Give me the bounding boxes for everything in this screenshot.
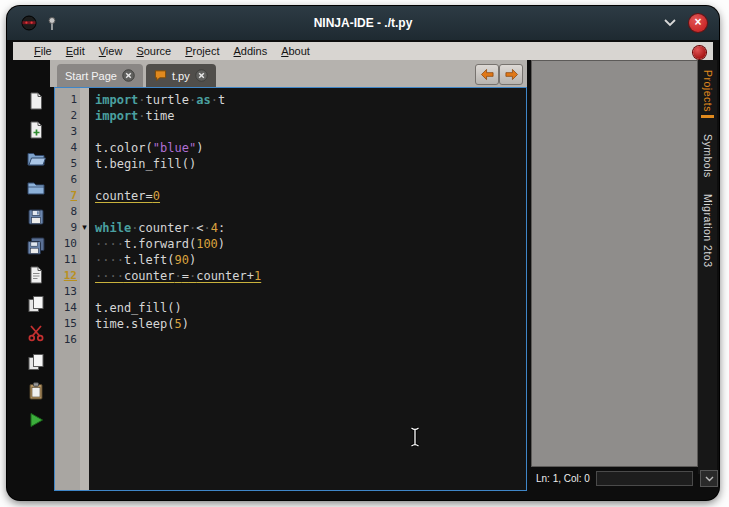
line-number: 7 bbox=[55, 188, 80, 204]
line-number: 8 bbox=[55, 204, 80, 220]
line-number: 2 bbox=[55, 108, 80, 124]
tab-label: Start Page bbox=[65, 70, 117, 82]
fold-marker bbox=[80, 284, 89, 300]
fold-marker bbox=[80, 156, 89, 172]
menu-about[interactable]: About bbox=[274, 45, 317, 57]
line-number: 12 bbox=[55, 268, 80, 284]
fold-column: ▾ bbox=[80, 88, 89, 490]
menu-addins[interactable]: Addins bbox=[227, 45, 275, 57]
cut-button[interactable] bbox=[25, 322, 47, 344]
side-tab-label: Migration 2to3 bbox=[702, 194, 714, 268]
code-line[interactable] bbox=[95, 124, 526, 140]
code-lines[interactable]: import·turtle·as·timport·timet.color("bl… bbox=[89, 88, 526, 490]
side-tab-label: Projects bbox=[702, 70, 714, 112]
window-title: NINJA-IDE - ./t.py bbox=[7, 6, 719, 40]
menu-project[interactable]: Project bbox=[178, 45, 226, 57]
fold-marker bbox=[80, 300, 89, 316]
pep8-warning: counter=0 bbox=[95, 189, 160, 203]
side-tab-strip: ProjectsSymbolsMigration 2to3 bbox=[698, 60, 717, 474]
line-number: 6 bbox=[55, 172, 80, 188]
paste-button[interactable] bbox=[25, 380, 47, 402]
nav-back-button[interactable] bbox=[475, 64, 499, 85]
pep8-warning: ····counter·=·counter+1 bbox=[95, 269, 261, 283]
menu-file[interactable]: File bbox=[27, 45, 59, 57]
fold-marker bbox=[80, 332, 89, 348]
line-number: 13 bbox=[55, 284, 80, 300]
menu-source[interactable]: Source bbox=[129, 45, 178, 57]
code-line[interactable] bbox=[95, 332, 526, 348]
screen: NINJA-IDE - ./t.py × FileEditViewSourceP… bbox=[0, 0, 729, 507]
tab-label: t.py bbox=[172, 70, 190, 82]
fold-marker[interactable]: ▾ bbox=[80, 220, 89, 236]
active-tab-indicator bbox=[701, 115, 714, 118]
tab-t-py[interactable]: t.py bbox=[146, 64, 216, 87]
code-line[interactable]: t.end_fill() bbox=[95, 300, 526, 316]
tab-start-page[interactable]: Start Page bbox=[57, 64, 143, 87]
titlebar[interactable]: NINJA-IDE - ./t.py × bbox=[7, 6, 719, 40]
code-line[interactable]: counter=0 bbox=[95, 188, 526, 204]
new-tab-button[interactable] bbox=[25, 119, 47, 141]
run-button[interactable] bbox=[25, 409, 47, 431]
left-toolbar bbox=[21, 90, 51, 492]
back-arrow-icon bbox=[480, 68, 495, 81]
line-number: 11 bbox=[55, 252, 80, 268]
open-project-button[interactable] bbox=[25, 177, 47, 199]
close-tab-icon[interactable] bbox=[195, 69, 208, 82]
code-line[interactable]: ····t.left(90) bbox=[95, 252, 526, 268]
side-tab-symbols[interactable]: Symbols bbox=[702, 134, 714, 178]
side-tab-label: Symbols bbox=[702, 134, 714, 178]
code-editor[interactable]: 12345678910111213141516 ▾ import·turtle·… bbox=[54, 87, 527, 491]
code-line[interactable]: time.sleep(5) bbox=[95, 316, 526, 332]
fold-marker bbox=[80, 188, 89, 204]
project-explorer-panel[interactable] bbox=[531, 60, 698, 467]
line-number: 10 bbox=[55, 236, 80, 252]
save-all-button[interactable] bbox=[25, 235, 47, 257]
menu-view[interactable]: View bbox=[92, 45, 130, 57]
code-line[interactable]: import·turtle·as·t bbox=[95, 92, 526, 108]
file-icon bbox=[154, 69, 167, 82]
fold-marker bbox=[80, 236, 89, 252]
status-dropdown-button[interactable] bbox=[700, 470, 718, 487]
app-window: NINJA-IDE - ./t.py × FileEditViewSourceP… bbox=[7, 6, 719, 500]
duplicate-button[interactable] bbox=[25, 293, 47, 315]
chevron-down-icon bbox=[705, 476, 714, 482]
close-button[interactable]: × bbox=[689, 14, 707, 32]
fold-marker bbox=[80, 252, 89, 268]
code-line[interactable] bbox=[95, 204, 526, 220]
chevron-down-icon[interactable] bbox=[663, 18, 677, 28]
save-button[interactable] bbox=[25, 206, 47, 228]
code-line[interactable]: t.begin_fill() bbox=[95, 156, 526, 172]
statusbar: Ln: 1, Col: 0 bbox=[531, 467, 698, 489]
code-line[interactable]: ····t.forward(100) bbox=[95, 236, 526, 252]
cursor-position-label: Ln: 1, Col: 0 bbox=[536, 473, 590, 484]
side-tab-projects[interactable]: Projects bbox=[701, 70, 714, 118]
line-number: 9 bbox=[55, 220, 80, 236]
line-number: 14 bbox=[55, 300, 80, 316]
line-number: 15 bbox=[55, 316, 80, 332]
code-line[interactable] bbox=[95, 172, 526, 188]
menubar: FileEditViewSourceProjectAddinsAbout bbox=[13, 42, 713, 60]
code-line[interactable]: ····counter·=·counter+1 bbox=[95, 268, 526, 284]
fold-marker bbox=[80, 268, 89, 284]
print-button[interactable] bbox=[25, 264, 47, 286]
code-line[interactable]: import·time bbox=[95, 108, 526, 124]
code-line[interactable]: t.color("blue") bbox=[95, 140, 526, 156]
status-input[interactable] bbox=[596, 471, 693, 486]
fold-marker bbox=[80, 124, 89, 140]
line-number: 3 bbox=[55, 124, 80, 140]
gutter-numbers: 12345678910111213141516 bbox=[55, 88, 80, 490]
menu-edit[interactable]: Edit bbox=[59, 45, 92, 57]
code-line[interactable]: while·counter·<·4: bbox=[95, 220, 526, 236]
line-number: 1 bbox=[55, 92, 80, 108]
copy-button[interactable] bbox=[25, 351, 47, 373]
open-file-button[interactable] bbox=[25, 148, 47, 170]
side-tab-migration-2to3[interactable]: Migration 2to3 bbox=[702, 194, 714, 268]
fold-marker bbox=[80, 140, 89, 156]
fold-marker bbox=[80, 204, 89, 220]
line-number: 5 bbox=[55, 156, 80, 172]
nav-forward-button[interactable] bbox=[499, 64, 523, 85]
code-line[interactable] bbox=[95, 284, 526, 300]
new-file-button[interactable] bbox=[25, 90, 47, 112]
close-tab-icon[interactable] bbox=[122, 69, 135, 82]
menubar-close-button[interactable] bbox=[693, 46, 706, 59]
